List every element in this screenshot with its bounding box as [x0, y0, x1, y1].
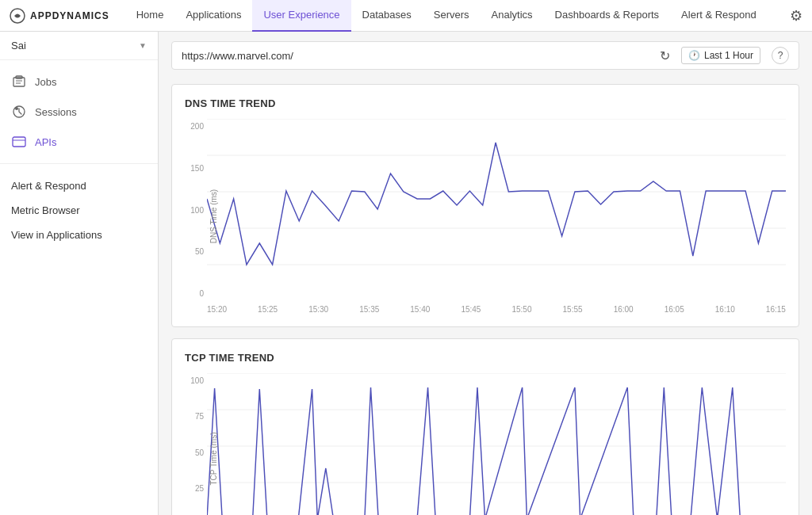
nav-databases[interactable]: Databases: [351, 0, 423, 32]
main-content: https://www.marvel.com/ ↻ 🕐 Last 1 Hour …: [159, 32, 812, 515]
dns-x-1605: 16:05: [665, 305, 684, 314]
settings-icon[interactable]: ⚙: [790, 7, 802, 25]
dns-x-1540: 15:40: [410, 305, 430, 314]
dns-y-200: 200: [190, 122, 204, 131]
nav-servers[interactable]: Servers: [423, 0, 481, 32]
dns-chart-card: DNS TIME TREND 200 150 100 50 0 DNS Time…: [171, 84, 799, 327]
sidebar-item-sessions[interactable]: Sessions: [0, 97, 158, 127]
sidebar-username: Sai: [11, 40, 26, 52]
refresh-icon[interactable]: ↻: [660, 48, 670, 63]
apis-icon: [11, 134, 27, 150]
logo-icon: [10, 8, 25, 24]
dns-chart-svg: [207, 119, 786, 301]
tcp-y-25: 25: [195, 484, 204, 493]
sidebar-link-alert[interactable]: Alert & Respond: [0, 174, 158, 198]
sessions-label: Sessions: [35, 106, 77, 118]
dns-x-axis: 15:20 15:25 15:30 15:35 15:40 15:45 15:5…: [207, 303, 786, 314]
dns-x-1525: 15:25: [258, 305, 278, 314]
dns-y-100: 100: [190, 206, 204, 215]
tcp-y-100: 100: [190, 376, 204, 385]
sidebar-nav: Jobs Sessions APIs: [0, 60, 158, 164]
sessions-icon: [11, 104, 27, 120]
nav-dashboards[interactable]: Dashboards & Reports: [544, 0, 671, 32]
jobs-icon: [11, 74, 27, 90]
dns-x-1520: 15:20: [207, 305, 227, 314]
dns-y-150: 150: [190, 164, 204, 173]
tcp-y-axis-label: TCP Time (ms): [209, 427, 218, 490]
nav-items: Home Applications User Experience Databa…: [125, 0, 790, 32]
tcp-chart-card: TCP TIME TREND 100 75 50 25 0 TCP Time (…: [171, 338, 799, 515]
apis-label: APIs: [35, 136, 56, 148]
dns-chart-area: DNS Time (ms): [207, 119, 786, 314]
time-range-label: Last 1 Hour: [704, 50, 753, 61]
dns-y-axis: 200 150 100 50 0: [185, 119, 207, 314]
tcp-chart-area: TCP Time (ms) 15:20: [207, 373, 786, 515]
top-navigation: APPDYNAMICS Home Applications User Exper…: [0, 0, 812, 32]
time-range-button[interactable]: 🕐 Last 1 Hour: [681, 47, 760, 64]
dns-x-1555: 15:55: [563, 305, 583, 314]
sidebar: Sai ▼ Jobs Sessions APIs: [0, 32, 159, 515]
nav-alert-respond[interactable]: Alert & Respond: [670, 0, 768, 32]
dns-x-1535: 15:35: [359, 305, 379, 314]
dns-x-1600: 16:00: [614, 305, 634, 314]
dns-x-1610: 16:10: [715, 305, 735, 314]
svg-rect-7: [13, 137, 25, 147]
nav-home[interactable]: Home: [125, 0, 175, 32]
tcp-y-50: 50: [195, 448, 204, 457]
tcp-chart-container: 100 75 50 25 0 TCP Time (ms): [185, 373, 786, 515]
url-actions: ↻ 🕐 Last 1 Hour ?: [660, 47, 789, 64]
nav-applications[interactable]: Applications: [174, 0, 252, 32]
main-layout: Sai ▼ Jobs Sessions APIs: [0, 32, 812, 515]
chevron-down-icon: ▼: [139, 41, 147, 50]
sidebar-item-apis[interactable]: APIs: [0, 127, 158, 157]
sidebar-user[interactable]: Sai ▼: [0, 32, 158, 60]
jobs-label: Jobs: [35, 76, 56, 88]
url-bar: https://www.marvel.com/ ↻ 🕐 Last 1 Hour …: [171, 41, 799, 70]
sidebar-link-metric-browser[interactable]: Metric Browser: [0, 198, 158, 223]
tcp-chart-svg: [207, 373, 786, 515]
dns-y-axis-label: DNS Time (ms): [209, 185, 218, 248]
dns-x-1530: 15:30: [308, 305, 328, 314]
help-icon[interactable]: ?: [772, 47, 789, 64]
clock-icon: 🕐: [688, 50, 700, 61]
dns-x-1615: 16:15: [766, 305, 786, 314]
nav-analytics[interactable]: Analytics: [481, 0, 544, 32]
nav-user-experience[interactable]: User Experience: [252, 0, 350, 32]
dns-y-50: 50: [195, 247, 204, 256]
dns-x-1550: 15:50: [511, 305, 531, 314]
dns-x-1545: 15:45: [461, 305, 481, 314]
tcp-y-axis: 100 75 50 25 0: [185, 373, 207, 515]
logo: APPDYNAMICS: [10, 8, 109, 24]
url-display: https://www.marvel.com/: [182, 50, 650, 62]
dns-chart-title: DNS TIME TREND: [185, 97, 786, 109]
sidebar-links: Alert & Respond Metric Browser View in A…: [0, 164, 158, 257]
dns-y-0: 0: [199, 289, 204, 298]
sidebar-item-jobs[interactable]: Jobs: [0, 67, 158, 97]
sidebar-link-view-apps[interactable]: View in Applications: [0, 223, 158, 247]
logo-text: APPDYNAMICS: [30, 10, 109, 21]
svg-point-6: [15, 107, 18, 110]
tcp-y-75: 75: [195, 412, 204, 421]
tcp-chart-title: TCP TIME TREND: [185, 352, 786, 364]
svg-rect-1: [13, 78, 25, 86]
dns-chart-container: 200 150 100 50 0 DNS Time (ms): [185, 119, 786, 314]
